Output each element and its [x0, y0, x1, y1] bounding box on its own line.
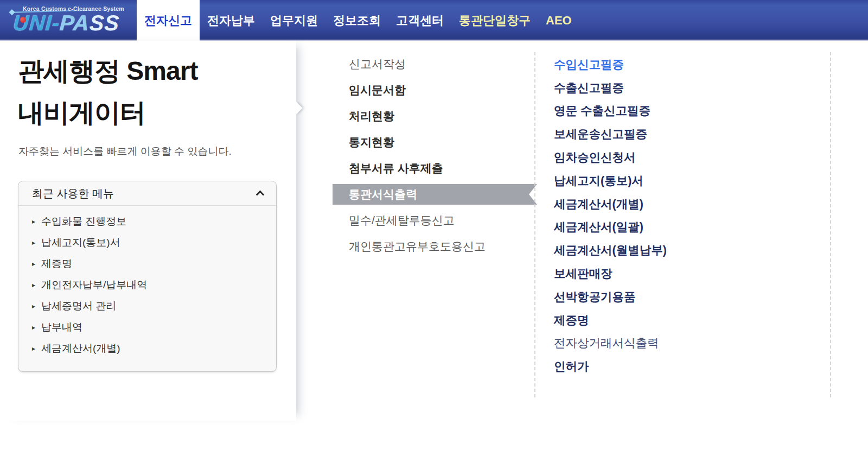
submenu-item[interactable]: 수출신고필증: [554, 76, 667, 99]
menu-item[interactable]: 통관서식출력: [333, 184, 537, 205]
logo-text-pa: PA: [59, 11, 91, 35]
logo-title: UNI-PASS: [12, 11, 120, 35]
triangle-bullet-icon: ▸: [32, 218, 35, 225]
submenu-item-label: 보세운송신고필증: [554, 126, 647, 142]
submenu-item[interactable]: 보세판매장: [554, 262, 667, 285]
submenu-item[interactable]: 세금계산서(월별납부): [554, 238, 667, 262]
page: Korea Customs e-Clearance System UNI-PAS…: [0, 0, 868, 462]
submenu-item-label: 제증명: [554, 312, 589, 328]
menu-item[interactable]: 통지현황: [333, 129, 537, 155]
nav-item-label: 전자신고: [144, 12, 192, 29]
menu-item-label: 통관서식출력: [349, 187, 417, 202]
menu-item[interactable]: 처리현황: [333, 103, 537, 129]
nav-item-label: 전자납부: [207, 12, 255, 29]
submenu-item-label: 인허가: [554, 358, 589, 374]
logo-red-dot-icon: [20, 17, 26, 23]
nav-item[interactable]: AEO: [538, 0, 579, 41]
submenu-item-label: 전자상거래서식출력: [554, 335, 659, 351]
submenu-item[interactable]: 납세고지(통보)서: [554, 169, 667, 192]
triangle-bullet-icon: ▸: [32, 345, 35, 352]
page-title-line1: 관세행정 Smart: [18, 56, 197, 85]
recent-menu-item-label: 개인전자납부/납부내역: [41, 278, 147, 292]
menu-item-label: 개인통관고유부호도용신고: [349, 239, 486, 254]
recent-menu-item[interactable]: ▸ 세금계산서(개별): [18, 338, 276, 359]
nav-item-label: 정보조회: [333, 12, 381, 29]
recent-menu-title: 최근 사용한 메뉴: [32, 186, 114, 201]
page-title: 관세행정 Smart 내비게이터: [18, 50, 197, 134]
chevron-up-icon[interactable]: [256, 191, 265, 199]
triangle-bullet-icon: ▸: [32, 239, 35, 246]
recent-menu-item[interactable]: ▸ 수입화물 진행정보: [18, 211, 276, 232]
nav-item[interactable]: 전자신고: [137, 0, 200, 41]
nav-item-label: AEO: [546, 14, 572, 28]
logo-text-uni: UNI-: [12, 11, 60, 35]
submenu-item[interactable]: 세금계산서(개별): [554, 192, 667, 216]
menu-item-label: 처리현황: [349, 109, 394, 124]
menu-item-label: 신고서작성: [349, 56, 406, 72]
triangle-bullet-icon: ▸: [32, 282, 35, 288]
recent-menu-item[interactable]: ▸ 납세고지(통보)서: [18, 232, 276, 253]
recent-menu-box: 최근 사용한 메뉴 ▸ 수입화물 진행정보 ▸ 납세고지(통보)서 ▸ 제증명 …: [18, 181, 277, 372]
menu-item-label: 통지현황: [349, 135, 394, 150]
submenu-item[interactable]: 제증명: [554, 308, 667, 332]
menu-item[interactable]: 신고서작성: [333, 51, 537, 77]
menu-item-label: 임시문서함: [349, 83, 406, 98]
menu-item-label: 밀수/관세탈루등신고: [349, 213, 455, 228]
triangle-bullet-icon: ▸: [32, 303, 35, 309]
recent-menu-item[interactable]: ▸ 제증명: [18, 253, 276, 274]
page-title-line2: 내비게이터: [18, 98, 145, 127]
submenu-item[interactable]: 보세운송신고필증: [554, 122, 667, 145]
nav-menu: 전자신고 전자납부 업무지원 정보조회 고객센터 통관단일창구 AEO: [137, 0, 579, 41]
recent-menu-item[interactable]: ▸ 납세증명서 관리: [18, 295, 276, 317]
recent-menu-item-label: 세금계산서(개별): [41, 341, 120, 356]
submenu-item-label: 선박항공기용품: [554, 289, 636, 305]
recent-menu-item[interactable]: ▸ 납부내역: [18, 317, 276, 338]
dashed-divider-left: [534, 52, 535, 397]
submenu-item[interactable]: 수입신고필증: [554, 53, 667, 76]
submenu-item-label: 세금계산서(월별납부): [554, 242, 667, 258]
menu-item[interactable]: 첨부서류 사후제출: [333, 155, 537, 181]
nav-item-label: 통관단일창구: [459, 12, 531, 29]
nav-item[interactable]: 고객센터: [388, 0, 451, 41]
menu-item[interactable]: 밀수/관세탈루등신고: [333, 207, 537, 233]
top-navigation-bar: Korea Customs e-Clearance System UNI-PAS…: [0, 0, 868, 41]
submenu-item-label: 수출신고필증: [554, 80, 624, 96]
nav-item-label: 업무지원: [270, 12, 318, 29]
submenu-item-label: 임차승인신청서: [554, 149, 636, 165]
submenu-item[interactable]: 선박항공기용품: [554, 285, 667, 308]
submenu-item-label: 세금계산서(일괄): [554, 219, 643, 235]
recent-menu-list: ▸ 수입화물 진행정보 ▸ 납세고지(통보)서 ▸ 제증명 ▸ 개인전자납부/납…: [18, 206, 276, 371]
print-forms-submenu: 수입신고필증 수출신고필증 영문 수출신고필증 보세운송신고필증 임차승인신청서…: [554, 53, 667, 378]
recent-menu-item-label: 제증명: [41, 257, 72, 271]
unipass-logo[interactable]: Korea Customs e-Clearance System UNI-PAS…: [9, 1, 128, 38]
menu-item[interactable]: 임시문서함: [333, 77, 537, 103]
submenu-item-label: 납세고지(통보)서: [554, 173, 643, 188]
recent-menu-item-label: 수입화물 진행정보: [41, 214, 126, 229]
submenu-item[interactable]: 세금계산서(일괄): [554, 216, 667, 239]
nav-item[interactable]: 업무지원: [263, 0, 326, 41]
submenu-item[interactable]: 영문 수출신고필증: [554, 99, 667, 123]
page-subtitle: 자주찾는 서비스를 빠르게 이용할 수 있습니다.: [18, 144, 232, 159]
nav-item[interactable]: 통관단일창구: [451, 0, 538, 41]
declaration-menu: 신고서작성 임시문서함 처리현황 통지현황 첨부서류 사후제출 통관서식출력 밀…: [333, 51, 537, 260]
recent-menu-item-label: 납세증명서 관리: [41, 299, 116, 313]
nav-item[interactable]: 정보조회: [326, 0, 388, 41]
submenu-item-label: 세금계산서(개별): [554, 196, 643, 212]
menu-item[interactable]: 개인통관고유부호도용신고: [333, 233, 537, 260]
submenu-item[interactable]: 전자상거래서식출력: [554, 332, 667, 355]
submenu-item[interactable]: 임차승인신청서: [554, 145, 667, 169]
submenu-item[interactable]: 인허가: [554, 355, 667, 378]
submenu-item-label: 보세판매장: [554, 265, 612, 281]
recent-menu-item-label: 납세고지(통보)서: [41, 236, 120, 250]
triangle-bullet-icon: ▸: [32, 261, 35, 267]
recent-menu-item[interactable]: ▸ 개인전자납부/납부내역: [18, 274, 276, 295]
logo-text-ss: SS: [88, 11, 120, 35]
submenu-item-label: 영문 수출신고필증: [554, 103, 650, 118]
nav-item-label: 고객센터: [396, 12, 444, 29]
menu-item-label: 첨부서류 사후제출: [349, 161, 443, 176]
recent-menu-item-label: 납부내역: [41, 320, 82, 334]
recent-menu-header: 최근 사용한 메뉴: [18, 181, 276, 206]
dashed-divider-right: [830, 52, 831, 397]
nav-item[interactable]: 전자납부: [200, 0, 263, 41]
submenu-item-label: 수입신고필증: [554, 56, 624, 72]
